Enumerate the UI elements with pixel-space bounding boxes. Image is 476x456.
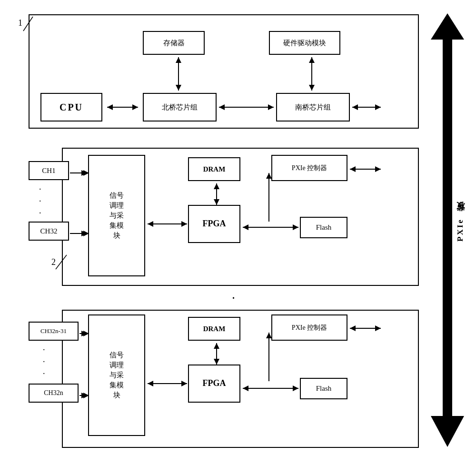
svg-marker-9 <box>268 104 274 110</box>
fpga1-box: FPGA <box>188 205 240 243</box>
ch1-arrow-fix <box>69 166 90 180</box>
svg-marker-12 <box>176 85 181 91</box>
fpga1-flash1-arrow <box>240 220 302 234</box>
diagram-container: PXIe背板 1 CPU 北桥芯片组 南桥芯片组 存储器 硬件驱动模块 <box>0 0 476 456</box>
ch-dots-2: ··· <box>43 344 45 380</box>
fpga2-flash2-arrow <box>240 381 302 395</box>
pxie-backplane-label: PXIe背板 <box>455 24 466 434</box>
svg-marker-31 <box>266 173 272 179</box>
ch-dots-1: ··· <box>39 183 41 220</box>
signal1-fpga1-arrow <box>145 214 190 233</box>
svg-marker-46 <box>214 343 219 349</box>
svg-marker-51 <box>243 385 248 391</box>
southbridge-right-arrow <box>350 98 386 117</box>
svg-marker-54 <box>350 325 356 331</box>
ch32n31-box: CH32n-31 <box>29 322 79 341</box>
svg-marker-11 <box>176 57 181 63</box>
svg-line-3 <box>23 17 33 31</box>
northbridge-southbridge-arrow <box>217 98 276 117</box>
svg-marker-6 <box>132 104 138 110</box>
pxiectrl1-right-arrow <box>347 161 386 178</box>
flash2-box: Flash <box>300 378 347 399</box>
label1-line <box>21 14 35 33</box>
ch32n31-signal2-arrow-fix <box>79 326 90 341</box>
fpga1-pxiectrl1-arrow <box>259 169 278 226</box>
memory-northbridge-arrow <box>169 55 188 93</box>
pxie-ctrl1-box: PXIe 控制器 <box>271 155 347 181</box>
svg-marker-25 <box>148 221 153 227</box>
svg-marker-28 <box>214 183 219 189</box>
svg-marker-14 <box>309 57 315 63</box>
ch1-box: CH1 <box>29 161 69 180</box>
signal-module2-box: 信号 调理 与采 集模 块 <box>88 314 145 436</box>
svg-marker-49 <box>266 333 272 338</box>
svg-marker-55 <box>375 325 381 331</box>
ch32n-box: CH32n <box>29 384 79 403</box>
cpu-northbridge-arrow <box>102 98 143 117</box>
svg-marker-59 <box>83 393 89 398</box>
south-bridge-box: 南桥芯片组 <box>276 93 350 122</box>
hw-driver-box: 硬件驱动模块 <box>269 31 340 55</box>
svg-marker-33 <box>243 224 248 230</box>
svg-marker-34 <box>293 224 298 230</box>
svg-marker-18 <box>375 104 381 110</box>
svg-marker-57 <box>83 331 89 336</box>
pxie-ctrl2-box: PXIe 控制器 <box>271 314 347 341</box>
label2-line <box>53 253 68 272</box>
svg-line-19 <box>56 255 67 269</box>
svg-marker-29 <box>214 199 219 205</box>
svg-marker-0 <box>443 37 452 418</box>
memory-box: 存储器 <box>143 31 205 55</box>
svg-marker-63 <box>83 231 89 236</box>
svg-marker-47 <box>214 359 219 365</box>
dram1-fpga1-arrow <box>207 181 226 207</box>
svg-marker-26 <box>181 221 187 227</box>
svg-marker-17 <box>352 104 358 110</box>
ch32-arrow-fix <box>69 226 90 241</box>
svg-marker-52 <box>293 385 298 391</box>
dram2-box: DRAM <box>188 317 240 341</box>
svg-marker-43 <box>148 381 153 386</box>
ch32-box: CH32 <box>29 222 69 241</box>
svg-marker-5 <box>107 104 113 110</box>
dram2-fpga2-arrow <box>207 341 226 367</box>
svg-marker-37 <box>375 166 381 172</box>
svg-marker-61 <box>83 170 89 176</box>
dram1-box: DRAM <box>188 157 240 181</box>
ch32n-signal2-arrow-fix <box>79 388 90 403</box>
cpu-box: CPU <box>40 93 102 122</box>
north-bridge-box: 北桥芯片组 <box>143 93 217 122</box>
pxiectrl2-right-arrow <box>347 320 386 337</box>
fpga2-pxiectrl2-arrow <box>259 329 278 386</box>
signal2-fpga2-arrow <box>145 374 190 393</box>
hwdriver-southbridge-arrow <box>302 55 321 93</box>
flash1-box: Flash <box>300 217 347 238</box>
svg-marker-15 <box>309 85 315 91</box>
svg-marker-44 <box>181 381 187 386</box>
svg-marker-36 <box>350 166 356 172</box>
svg-marker-8 <box>219 104 225 110</box>
fpga2-box: FPGA <box>188 365 240 403</box>
signal-module1-box: 信号 调理 与采 集模 块 <box>88 155 145 276</box>
